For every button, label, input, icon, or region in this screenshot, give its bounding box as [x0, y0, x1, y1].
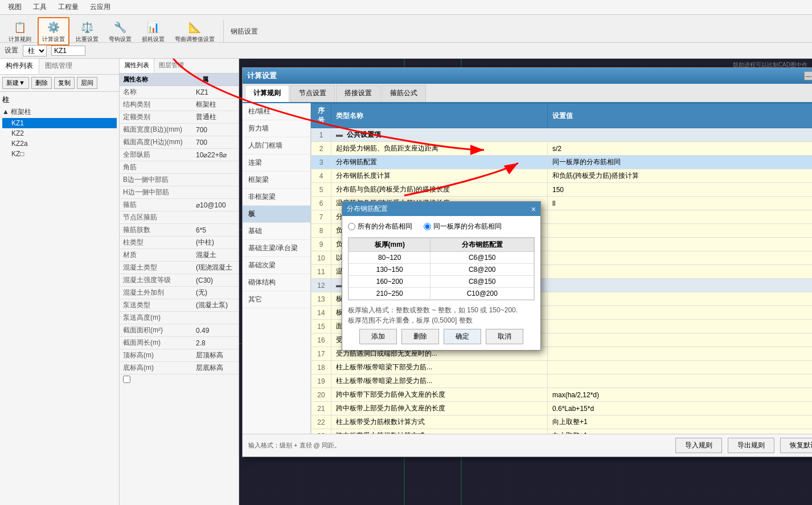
- sub-delete-btn[interactable]: 删除: [401, 329, 439, 344]
- dialog-footer: 输入格式：级别 + 直径 @ 同距。 导入规则 导出规则 恢复默认值: [243, 434, 812, 457]
- dialog-titlebar[interactable]: 计算设置 — □ ×: [243, 68, 812, 84]
- toolbar-btn-loss[interactable]: 📊 损耗设置: [138, 18, 169, 45]
- dist-table-container: 板厚(mm) 分布钢筋配置 80~120 C6@150 130~150: [348, 237, 535, 300]
- cat-others[interactable]: 其它: [243, 291, 310, 308]
- cat-masonry[interactable]: 砌体结构: [243, 274, 310, 291]
- dialog-title: 计算设置: [247, 71, 277, 81]
- tree-item-kz2a[interactable]: KZ2a: [2, 139, 117, 149]
- settings-label: 设置: [5, 46, 18, 55]
- cat-foundation-beam[interactable]: 基础主梁/承台梁: [243, 240, 310, 257]
- table-row: 19 柱上板带/板带暗梁上部受力筋...: [311, 374, 813, 388]
- table-row-dist-rebar: 3 分布钢筋配置 同一板厚的分布筋相同 ···: [311, 156, 813, 169]
- dist-table-row[interactable]: 80~120 C6@150: [349, 252, 534, 264]
- table-row: 1 ▬ 公共设置项: [311, 128, 813, 142]
- table-row: 5 分布筋与负筋(跨板受力筋)的搭接长度 150: [311, 183, 813, 197]
- cat-shear-wall[interactable]: 剪力墙: [243, 120, 310, 137]
- menubar: 视图 工具 工程量 云应用: [0, 0, 812, 15]
- cat-frame-beam[interactable]: 框架梁: [243, 172, 310, 189]
- footer-hint: 输入格式：级别 + 直径 @ 同距。: [248, 441, 341, 450]
- tree-item-kz3[interactable]: KZ□: [2, 149, 117, 159]
- layer-btn[interactable]: 层间: [77, 77, 97, 89]
- toolbar-btn-calc-settings[interactable]: ⚙️ 计算设置: [38, 17, 69, 46]
- tab-component-list[interactable]: 构件列表: [0, 59, 39, 74]
- sub-add-btn[interactable]: 添加: [359, 329, 397, 344]
- toolbar: 📋 计算规则 ⚙️ 计算设置 ⚖️ 比重设置 🔧 弯钩设置 📊 损耗设置 📐 弯…: [0, 15, 812, 48]
- dist-table-row[interactable]: 160~200 C8@150: [349, 276, 534, 288]
- tree-header-col: 柱: [2, 94, 117, 106]
- tab-overlap-settings[interactable]: 搭接设置: [336, 85, 380, 102]
- table-row: 22 柱上板带受力筋根数计算方式 向上取整+1: [311, 416, 813, 429]
- table-row: 4 分布钢筋长度计算 和负筋(跨板受力筋)搭接计算: [311, 169, 813, 183]
- cat-col-wall[interactable]: 柱/墙柱: [243, 103, 310, 120]
- dialog-tabs: 计算规则 节点设置 搭接设置 箍筋公式: [243, 84, 812, 103]
- tree-area: 柱 ▲ 框架柱 KZ1 KZ2 KZ2a KZ□: [0, 92, 119, 505]
- table-row: 20 跨中板带下部受力筋伸入支座的长度 max(ha/2,12*d): [311, 388, 813, 402]
- category-panel: 柱/墙柱 剪力墙 人防门框墙 连梁 框架梁 非框架梁 板 基础 基础主梁/承台梁…: [243, 103, 311, 434]
- table-row: 2 起始受力钢筋、负筋距支座边距离 s/2: [311, 142, 813, 156]
- table-row: 23 跨中板带受力筋根数计算方式 向上取整+1: [311, 429, 813, 434]
- sub-dialog: 分布钢筋配置 × 所有的分布筋相同 同一板厚的分布筋相同: [342, 201, 541, 351]
- settings-input[interactable]: [51, 46, 85, 56]
- radio-all-same[interactable]: 所有的分布筋相同: [348, 222, 412, 231]
- sub-confirm-btn[interactable]: 确定: [444, 329, 481, 344]
- left-component-panel: 构件列表 图纸管理 新建▼ 删除 复制 层间 柱 ▲ 框架柱 KZ1 KZ2 K…: [0, 59, 120, 505]
- import-rules-btn[interactable]: 导入规则: [675, 438, 722, 453]
- tree-item-kz2[interactable]: KZ2: [2, 128, 117, 139]
- export-rules-btn[interactable]: 导出规则: [728, 438, 774, 453]
- toolbar-btn-hook[interactable]: 🔧 弯钩设置: [105, 18, 136, 45]
- settings-dropdown[interactable]: 柱: [23, 45, 47, 56]
- cat-civil-def-wall[interactable]: 人防门框墙: [243, 137, 310, 154]
- sub-dialog-close-btn[interactable]: ×: [531, 205, 536, 213]
- tab-stirrup-formula[interactable]: 箍筋公式: [382, 85, 426, 102]
- props-panel: 属性列表 图层管理 属性名称 属 名称KZ1 结构类别框架柱 定额类别普通柱 截…: [120, 59, 239, 505]
- restore-defaults-btn[interactable]: 恢复默认值: [780, 438, 812, 453]
- dialog-minimize-btn[interactable]: —: [804, 71, 812, 80]
- sub-dialog-titlebar[interactable]: 分布钢筋配置 ×: [342, 202, 540, 216]
- radio-same-thickness[interactable]: 同一板厚的分布筋相同: [424, 222, 502, 231]
- menu-tools[interactable]: 工具: [27, 1, 52, 13]
- toolbar-btn-calc-rules[interactable]: 📋 计算规则: [5, 18, 35, 45]
- dist-table-row[interactable]: 210~250 C10@200: [349, 288, 534, 300]
- sub-cancel-btn[interactable]: 取消: [486, 329, 523, 344]
- hint-text: 板厚输入格式：整数或整数 ~ 整数，如 150 或 150~200. 板厚范围不…: [348, 305, 535, 325]
- new-btn[interactable]: 新建▼: [2, 77, 29, 89]
- cat-slab[interactable]: 板: [243, 206, 310, 223]
- section-label-rebar: 钢筋设置: [231, 27, 258, 36]
- cat-non-frame-beam[interactable]: 非框架梁: [243, 189, 310, 206]
- radio-group: 所有的分布筋相同 同一板厚的分布筋相同: [348, 222, 535, 231]
- dist-table-row[interactable]: 130~150 C8@200: [349, 264, 534, 276]
- tab-layer-manage[interactable]: 图层管理: [154, 59, 188, 73]
- tree-section-frame-col: ▲ 框架柱: [2, 106, 117, 118]
- table-row: 18 柱上板带/板带暗梁下部受力筋...: [311, 361, 813, 374]
- toolbar-btn-bend[interactable]: 📐 弯曲调整值设置: [171, 18, 219, 45]
- sub-dialog-title: 分布钢筋配置: [347, 204, 388, 214]
- menu-view[interactable]: 视图: [2, 1, 27, 13]
- delete-btn[interactable]: 删除: [31, 77, 52, 89]
- tree-item-kz1[interactable]: KZ1: [2, 118, 117, 128]
- copy-btn[interactable]: 复制: [54, 77, 75, 89]
- toolbar-btn-weight[interactable]: ⚖️ 比重设置: [72, 18, 102, 45]
- tab-node-settings[interactable]: 节点设置: [290, 85, 335, 102]
- cat-coupling-beam[interactable]: 连梁: [243, 154, 310, 172]
- sub-dialog-buttons: 添加 删除 确定 取消: [348, 329, 535, 344]
- tab-props-list[interactable]: 属性列表: [120, 59, 154, 73]
- cat-foundation[interactable]: 基础: [243, 223, 310, 240]
- cat-secondary-beam[interactable]: 基础次梁: [243, 257, 310, 274]
- table-row: 21 跨中板带上部受力筋伸入支座的长度 0.6*Lab+15*d: [311, 402, 813, 416]
- menu-engineering[interactable]: 工程量: [52, 1, 84, 13]
- tab-calc-rules[interactable]: 计算规则: [245, 85, 289, 102]
- tab-drawing-manage[interactable]: 图纸管理: [39, 59, 78, 74]
- menu-cloud[interactable]: 云应用: [84, 1, 116, 13]
